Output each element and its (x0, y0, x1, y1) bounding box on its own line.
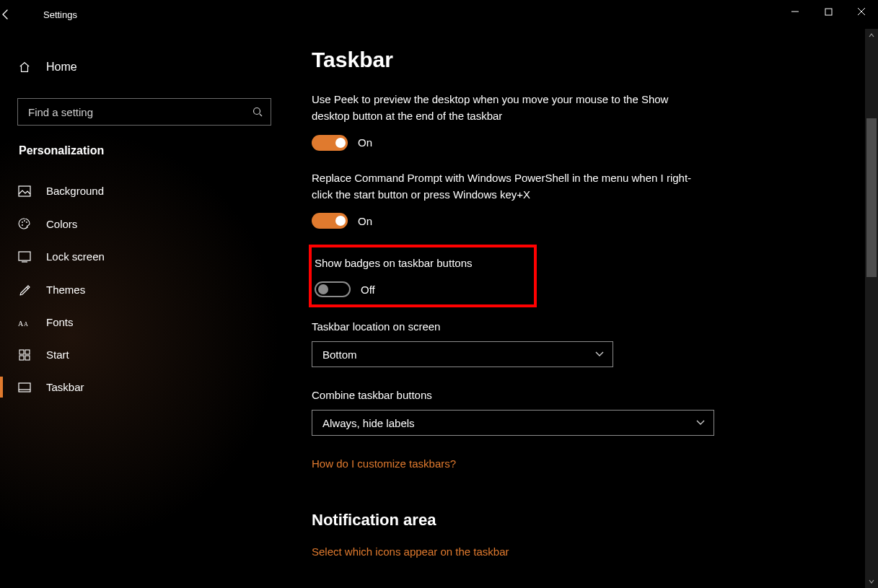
notification-icons-link[interactable]: Select which icons appear on the taskbar (312, 545, 509, 558)
nav-taskbar[interactable]: Taskbar (0, 371, 289, 403)
svg-rect-15 (19, 350, 24, 354)
scroll-track[interactable] (865, 42, 878, 575)
start-icon (17, 349, 32, 361)
vertical-scrollbar[interactable] (865, 29, 878, 588)
peek-toggle[interactable] (312, 135, 348, 151)
svg-point-8 (24, 220, 25, 221)
combine-label: Combine taskbar buttons (312, 389, 862, 401)
titlebar: Settings (0, 0, 878, 29)
window-title: Settings (43, 9, 77, 20)
nav-themes[interactable]: Themes (0, 273, 289, 306)
nav-item-label: Start (46, 348, 69, 361)
powershell-toggle-state: On (358, 215, 372, 227)
scroll-down-arrow[interactable] (865, 575, 878, 588)
nav-colors[interactable]: Colors (0, 207, 289, 240)
nav-start[interactable]: Start (0, 338, 289, 371)
powershell-description: Replace Command Prompt with Windows Powe… (312, 170, 701, 203)
highlight-box: Show badges on taskbar buttons Off (309, 245, 537, 307)
fonts-icon: AA (17, 317, 32, 328)
nav-lockscreen[interactable]: Lock screen (0, 240, 289, 273)
taskbar-icon (17, 382, 32, 392)
sidebar: Home Personalization Background Colors L… (0, 29, 289, 588)
peek-description: Use Peek to preview the desktop when you… (312, 91, 701, 125)
svg-line-5 (260, 114, 262, 116)
svg-rect-19 (19, 383, 30, 392)
svg-text:A: A (24, 321, 28, 328)
location-label: Taskbar location on screen (312, 320, 862, 333)
svg-rect-11 (19, 252, 30, 260)
nav-item-label: Taskbar (46, 381, 84, 393)
scroll-thumb[interactable] (866, 118, 877, 277)
palette-icon (17, 217, 32, 230)
help-link[interactable]: How do I customize taskbars? (312, 457, 456, 470)
category-header: Personalization (19, 144, 271, 157)
search-field[interactable] (28, 106, 252, 118)
combine-value: Always, hide labels (322, 417, 415, 429)
notification-area-title: Notification area (312, 511, 862, 530)
svg-rect-16 (25, 350, 30, 354)
badges-toggle-state: Off (361, 284, 375, 296)
close-button[interactable] (845, 0, 878, 23)
search-icon (252, 106, 263, 118)
svg-rect-17 (19, 356, 24, 360)
badges-toggle[interactable] (315, 281, 351, 297)
chevron-down-icon (595, 351, 604, 357)
combine-dropdown[interactable]: Always, hide labels (312, 410, 714, 436)
home-icon (17, 61, 32, 74)
nav-home-label: Home (46, 61, 77, 74)
back-button[interactable] (0, 9, 29, 20)
svg-point-7 (22, 221, 23, 223)
nav-item-label: Colors (46, 218, 77, 230)
svg-text:A: A (18, 320, 24, 328)
nav-home[interactable]: Home (0, 51, 289, 84)
content-pane: Taskbar Use Peek to preview the desktop … (289, 29, 862, 588)
page-title: Taskbar (312, 48, 862, 72)
badges-description: Show badges on taskbar buttons (315, 255, 524, 271)
nav-item-label: Background (46, 185, 104, 197)
picture-icon (17, 185, 32, 197)
svg-rect-18 (25, 356, 30, 360)
nav-item-label: Themes (46, 284, 85, 296)
svg-point-9 (26, 221, 27, 223)
svg-point-10 (22, 224, 23, 226)
lockscreen-icon (17, 251, 32, 263)
location-dropdown[interactable]: Bottom (312, 341, 613, 367)
powershell-toggle[interactable] (312, 213, 348, 229)
svg-point-4 (254, 108, 260, 115)
chevron-down-icon (696, 420, 705, 426)
nav-item-label: Lock screen (46, 250, 105, 263)
peek-toggle-state: On (358, 136, 372, 149)
nav-fonts[interactable]: AA Fonts (0, 306, 289, 338)
maximize-button[interactable] (812, 0, 845, 23)
nav-item-label: Fonts (46, 316, 74, 328)
search-input[interactable] (17, 98, 271, 126)
themes-icon (17, 283, 32, 296)
svg-rect-6 (19, 186, 30, 196)
scroll-up-arrow[interactable] (865, 29, 878, 42)
nav-background[interactable]: Background (0, 175, 289, 207)
location-value: Bottom (322, 348, 357, 361)
minimize-button[interactable] (778, 0, 812, 23)
svg-rect-1 (825, 9, 832, 15)
